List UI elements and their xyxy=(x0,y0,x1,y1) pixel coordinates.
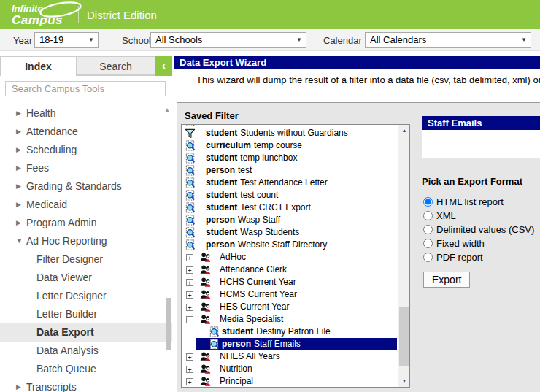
expand-expander-icon[interactable]: + xyxy=(186,291,193,299)
filter-item-curriculum-temp-course[interactable]: curriculumtemp course xyxy=(182,139,397,152)
sidebar-item-grading-standards[interactable]: ▶Grading & Standards xyxy=(0,177,172,196)
query-icon xyxy=(185,227,196,238)
filter-item-label: studentStudents without Guardians xyxy=(206,127,348,139)
filter-item-principal[interactable]: +Principal xyxy=(182,375,397,387)
sidebar-item-transcripts[interactable]: ▶Transcripts xyxy=(0,378,172,392)
tree-collapsed-icon[interactable]: ▶ xyxy=(16,104,21,123)
sidebar-item-label: Fees xyxy=(26,159,49,177)
radio-xml[interactable] xyxy=(423,211,433,220)
scroll-down-icon[interactable]: ▼ xyxy=(398,375,410,387)
year-dropdown[interactable]: 18-19 ▼ xyxy=(34,32,99,48)
filter-item-person-website-staff-directory[interactable]: personWebsite Staff Directory xyxy=(182,239,397,251)
filter-item-label: curriculumtemp course xyxy=(206,139,302,152)
sidebar-item-medicaid[interactable]: ▶Medicaid xyxy=(0,196,172,214)
query-icon xyxy=(185,153,196,164)
sidebar-item-program-admin[interactable]: ▶Program Admin xyxy=(0,214,172,232)
radio-delimited-values-csv[interactable] xyxy=(423,225,433,234)
filter-item-adhoc[interactable]: +AdHoc xyxy=(182,251,397,264)
listbox-scrollbar[interactable]: ▲ ▼ xyxy=(398,125,409,387)
filter-item-attendance-clerk[interactable]: +Attendance Clerk xyxy=(182,264,397,276)
saved-filter-listbox[interactable]: studentStudents withoutstudentStudents w… xyxy=(181,124,410,388)
radio-fixed-width[interactable] xyxy=(423,239,433,248)
tab-search[interactable]: Search xyxy=(77,56,155,75)
filter-item-hcms-current-year[interactable]: +HCMS Current Year xyxy=(182,288,397,301)
expand-expander-icon[interactable]: + xyxy=(186,279,193,286)
filter-item-person-wasp-staff[interactable]: personWasp Staff xyxy=(182,214,397,226)
sidebar-scroll-up-icon[interactable]: ▲ xyxy=(164,107,170,113)
filter-item-student-wasp-students[interactable]: studentWasp Students xyxy=(182,226,397,239)
filter-item-nhes-all-years[interactable]: +NHES All Years xyxy=(182,350,397,363)
sidebar-item-letter-builder[interactable]: Letter Builder xyxy=(0,305,172,323)
filter-item-label: personStaff Emails xyxy=(222,338,301,350)
expand-expander-icon[interactable]: + xyxy=(186,254,193,261)
radio-pdf-report[interactable] xyxy=(423,253,433,262)
sidebar-item-data-viewer[interactable]: Data Viewer xyxy=(0,269,172,287)
expand-expander-icon[interactable]: + xyxy=(186,266,193,274)
collapse-expander-icon[interactable]: − xyxy=(186,316,193,323)
expand-expander-icon[interactable]: + xyxy=(186,378,193,385)
format-option-delimited-values-csv[interactable]: Delimited values (CSV) xyxy=(423,223,534,237)
expand-expander-icon[interactable]: + xyxy=(186,353,193,361)
tree-collapsed-icon[interactable]: ▶ xyxy=(16,159,21,177)
format-option-xml[interactable]: XML xyxy=(423,209,534,223)
export-button[interactable]: Export xyxy=(423,272,470,288)
scroll-up-icon[interactable]: ▲ xyxy=(398,125,410,137)
filter-item-person-staff-emails[interactable]: personStaff Emails xyxy=(182,338,397,350)
filter-item-hchs-current-year[interactable]: +HCHS Current Year xyxy=(182,276,397,288)
filter-item-hes-current-year[interactable]: +HES Current Year xyxy=(182,301,397,313)
filter-item-label: HES Current Year xyxy=(220,301,289,313)
export-format-divider xyxy=(422,191,540,191)
sidebar-item-data-export[interactable]: Data Export xyxy=(0,323,172,342)
tree-collapsed-icon[interactable]: ▶ xyxy=(16,214,21,232)
sidebar-item-ad-hoc-reporting[interactable]: ▼Ad Hoc Reporting xyxy=(0,232,172,250)
filter-item-person-test[interactable]: persontest xyxy=(182,164,397,177)
filter-item-student-test-attendance-letter[interactable]: studentTest Attendance Letter xyxy=(182,177,397,189)
listbox-scrollbar-thumb[interactable] xyxy=(399,307,409,366)
sidebar-item-label: Ad Hoc Reporting xyxy=(26,232,107,250)
filter-item-student-test-crct-export[interactable]: studentTest CRCT Export xyxy=(182,201,397,214)
calendar-label: Calendar xyxy=(323,35,362,46)
filter-item-student-test-count[interactable]: studenttest count xyxy=(182,189,397,201)
filter-item-student-temp-lunchbox[interactable]: studenttemp lunchbox xyxy=(182,152,397,164)
tree-collapsed-icon[interactable]: ▶ xyxy=(16,378,21,392)
tree-collapsed-icon[interactable]: ▶ xyxy=(16,141,21,159)
calendar-dropdown[interactable]: All Calendars ▼ xyxy=(365,32,531,48)
school-dropdown[interactable]: All Schools ▼ xyxy=(150,32,306,48)
sidebar-item-health[interactable]: ▶Health xyxy=(0,104,172,123)
group-icon xyxy=(200,264,211,275)
sidebar-scrollbar-thumb[interactable] xyxy=(166,298,171,350)
filter-item-label: Media Specialist xyxy=(220,313,283,326)
filter-item-nutrition[interactable]: +Nutrition xyxy=(182,363,397,375)
export-format-label: Pick an Export Format xyxy=(422,176,522,187)
format-option-html-list-report[interactable]: HTML list report xyxy=(423,195,534,209)
expand-expander-icon[interactable]: + xyxy=(186,304,193,311)
filter-item-student-destiny-patron-file[interactable]: studentDestiny Patron File xyxy=(182,326,397,338)
sidebar-item-data-analysis[interactable]: Data Analysis xyxy=(0,342,172,360)
filter-item-label: studentWasp Students xyxy=(206,226,299,239)
sidebar-item-filter-designer[interactable]: Filter Designer xyxy=(0,250,172,269)
format-option-fixed-width[interactable]: Fixed width xyxy=(423,237,534,250)
filter-item-label: Principal xyxy=(220,375,253,387)
sidebar-item-letter-designer[interactable]: Letter Designer xyxy=(0,287,172,305)
tree-collapsed-icon[interactable]: ▶ xyxy=(16,177,21,196)
format-option-label: Fixed width xyxy=(436,238,485,249)
tree-expanded-icon[interactable]: ▼ xyxy=(16,232,23,250)
sidebar-item-scheduling[interactable]: ▶Scheduling xyxy=(0,141,172,159)
format-option-pdf-report[interactable]: PDF report xyxy=(423,250,534,264)
sidebar-item-fees[interactable]: ▶Fees xyxy=(0,159,172,177)
radio-html-list-report[interactable] xyxy=(423,197,433,207)
tab-index[interactable]: Index xyxy=(0,56,77,76)
sidebar-item-batch-queue[interactable]: Batch Queue xyxy=(0,360,172,378)
expand-expander-icon[interactable]: + xyxy=(186,366,193,373)
tree-collapsed-icon[interactable]: ▶ xyxy=(16,123,21,141)
sidebar-item-attendance[interactable]: ▶Attendance xyxy=(0,123,172,141)
filter-item-student-students-without-guardians[interactable]: studentStudents without Guardians xyxy=(182,127,397,139)
filter-item-label: AdHoc xyxy=(220,251,246,264)
tree-collapsed-icon[interactable]: ▶ xyxy=(16,196,21,214)
sidebar-collapse-button[interactable]: ‹ xyxy=(155,56,172,76)
filter-item-media-specialist[interactable]: −Media Specialist xyxy=(182,313,397,326)
search-campus-tools-input[interactable] xyxy=(5,81,166,96)
sidebar-item-label: Data Export xyxy=(36,323,94,342)
sidebar-item-label: Scheduling xyxy=(26,141,77,159)
query-icon xyxy=(185,165,196,176)
